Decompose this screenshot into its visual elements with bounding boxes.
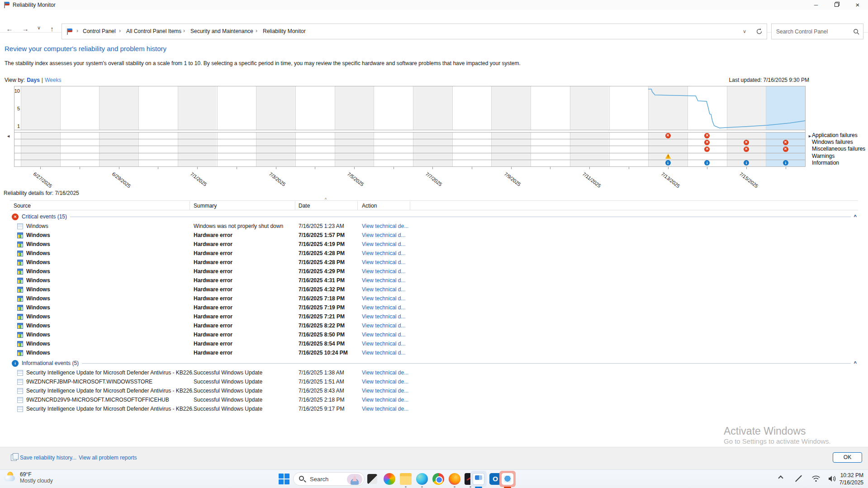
collapse-section-icon[interactable]: ^	[854, 360, 857, 366]
chart-day-column[interactable]	[570, 132, 609, 166]
forward-icon[interactable]: →	[19, 25, 31, 33]
chart-day-column[interactable]	[609, 132, 649, 166]
chart-day-column[interactable]	[99, 86, 138, 130]
search-input[interactable]	[776, 24, 849, 38]
sort-ascending-icon[interactable]: ^	[325, 197, 327, 202]
chart-day-column[interactable]	[531, 132, 570, 166]
view-technical-details-link[interactable]: View technical d...	[362, 350, 406, 356]
restore-button[interactable]	[826, 0, 847, 10]
chart-day-column[interactable]	[570, 86, 609, 130]
recent-pages-chevron-icon[interactable]: ∨	[33, 25, 45, 31]
photos-icon[interactable]	[502, 473, 513, 485]
breadcrumb[interactable]: › Control Panel › All Control Panel Item…	[62, 24, 767, 39]
chart-scroll-right-icon[interactable]: ►	[808, 134, 812, 138]
chart-day-column[interactable]	[688, 86, 727, 130]
chrome-icon[interactable]	[432, 473, 444, 485]
ok-button[interactable]: OK	[833, 452, 862, 463]
view-technical-details-link[interactable]: View technical d...	[362, 286, 406, 293]
chart-day-column[interactable]	[374, 132, 413, 166]
view-technical-details-link[interactable]: View technical de...	[362, 388, 408, 394]
chart-day-column[interactable]	[21, 86, 60, 130]
view-technical-details-link[interactable]: View technical d...	[362, 232, 406, 238]
chart-day-column[interactable]	[256, 132, 295, 166]
breadcrumb-item-security-maintenance[interactable]: Security and Maintenance	[190, 28, 253, 34]
chart-day-column[interactable]	[295, 86, 335, 130]
task-view-icon[interactable]	[367, 474, 377, 484]
table-row[interactable]: WindowsHardware error7/16/2025 8:54 PMVi…	[10, 340, 858, 349]
wifi-icon[interactable]	[812, 475, 820, 482]
column-header-date[interactable]: Date	[299, 203, 310, 209]
table-row[interactable]: WindowsHardware error7/16/2025 8:22 PMVi…	[10, 322, 858, 331]
chart-day-column[interactable]	[60, 86, 100, 130]
up-icon[interactable]: ↑	[46, 25, 58, 33]
chart-day-column[interactable]	[727, 86, 766, 130]
start-button[interactable]	[278, 473, 290, 485]
table-row[interactable]: WindowsWindows was not properly shut dow…	[10, 222, 858, 231]
table-row[interactable]: WindowsHardware error7/16/2025 8:50 PMVi…	[10, 331, 858, 340]
table-row[interactable]: WindowsHardware error7/16/2025 7:21 PMVi…	[10, 313, 858, 322]
section-header[interactable]: iInformational events (5)^	[12, 359, 858, 368]
chart-day-column[interactable]	[766, 86, 805, 130]
taskbar-search[interactable]: Search	[293, 472, 365, 486]
table-row[interactable]: WindowsHardware error7/16/2025 4:31 PMVi…	[10, 276, 858, 285]
snipping-tool-icon[interactable]	[473, 473, 484, 485]
chart-day-column[interactable]	[413, 86, 452, 130]
chart-day-column[interactable]	[491, 132, 531, 166]
view-by-days-link[interactable]: Days	[27, 77, 40, 83]
view-technical-details-link[interactable]: View technical d...	[362, 341, 406, 347]
breadcrumb-item-control-panel[interactable]: Control Panel	[83, 28, 116, 34]
table-row[interactable]: Security Intelligence Update for Microso…	[10, 369, 858, 378]
view-technical-details-link[interactable]: View technical d...	[362, 268, 406, 275]
chart-scroll-left-icon[interactable]: ◄	[6, 134, 10, 138]
table-row[interactable]: WindowsHardware error7/16/2025 4:29 PMVi…	[10, 267, 858, 276]
edge-icon[interactable]	[416, 473, 428, 485]
chart-day-column[interactable]	[60, 132, 100, 166]
table-row[interactable]: WindowsHardware error7/16/2025 10:24 PMV…	[10, 349, 858, 358]
view-technical-details-link[interactable]: View technical d...	[362, 259, 406, 265]
table-row[interactable]: Security Intelligence Update for Microso…	[10, 405, 858, 414]
chart-day-column[interactable]	[178, 86, 217, 130]
breadcrumb-item-reliability-monitor[interactable]: Reliability Monitor	[263, 28, 306, 34]
chart-day-column[interactable]	[335, 86, 374, 130]
chart-day-column[interactable]	[374, 86, 413, 130]
column-header-source[interactable]: Source	[14, 203, 31, 209]
copilot-icon[interactable]	[384, 473, 395, 485]
address-dropdown-chevron-icon[interactable]: ∨	[743, 28, 746, 34]
table-row[interactable]: Security Intelligence Update for Microso…	[10, 387, 858, 396]
column-header-summary[interactable]: Summary	[194, 203, 217, 209]
view-technical-details-link[interactable]: View technical de...	[362, 397, 408, 403]
table-row[interactable]: WindowsHardware error7/16/2025 1:57 PMVi…	[10, 231, 858, 240]
search-icon[interactable]	[853, 28, 859, 35]
minimize-button[interactable]: ─	[806, 0, 826, 10]
save-reliability-history-link[interactable]: Save reliability history...	[20, 455, 76, 461]
view-technical-details-link[interactable]: View technical de...	[362, 379, 408, 385]
table-row[interactable]: WindowsHardware error7/16/2025 4:32 PMVi…	[10, 285, 858, 294]
view-technical-details-link[interactable]: View technical d...	[362, 322, 406, 329]
chart-day-column[interactable]	[491, 86, 531, 130]
chart-day-column[interactable]	[178, 132, 217, 166]
view-technical-details-link[interactable]: View technical de...	[362, 370, 408, 376]
taskbar-clock[interactable]: 10:32 PM 7/16/2025	[840, 472, 863, 486]
chart-day-column[interactable]	[99, 132, 138, 166]
chart-day-column[interactable]	[413, 132, 452, 166]
chart-day-column[interactable]	[335, 132, 374, 166]
chart-day-column[interactable]	[295, 132, 335, 166]
chart-day-column[interactable]	[531, 86, 570, 130]
view-all-problem-reports-link[interactable]: View all problem reports	[79, 455, 137, 461]
table-row[interactable]: WindowsHardware error7/16/2025 7:19 PMVi…	[10, 303, 858, 313]
chart-day-column[interactable]	[217, 132, 256, 166]
firefox-icon[interactable]	[449, 473, 460, 485]
file-explorer-icon[interactable]	[400, 473, 412, 485]
section-header[interactable]: ✕Critical events (15)^	[12, 212, 858, 221]
volume-icon[interactable]	[828, 475, 836, 482]
chart-day-column[interactable]	[21, 132, 60, 166]
table-row[interactable]: WindowsHardware error7/16/2025 7:18 PMVi…	[10, 294, 858, 303]
view-by-weeks-link[interactable]: Weeks	[45, 77, 61, 83]
view-technical-details-link[interactable]: View technical de...	[362, 223, 408, 229]
table-row[interactable]: WindowsHardware error7/16/2025 4:28 PMVi…	[10, 249, 858, 258]
table-row[interactable]: 9WZDNCRFJBMP-MICROSOFT.WINDOWSSTORESucce…	[10, 378, 858, 387]
view-technical-details-link[interactable]: View technical d...	[362, 313, 406, 320]
refresh-icon[interactable]	[756, 28, 763, 35]
view-technical-details-link[interactable]: View technical d...	[362, 332, 406, 338]
tray-chevron-up-icon[interactable]	[779, 474, 783, 481]
